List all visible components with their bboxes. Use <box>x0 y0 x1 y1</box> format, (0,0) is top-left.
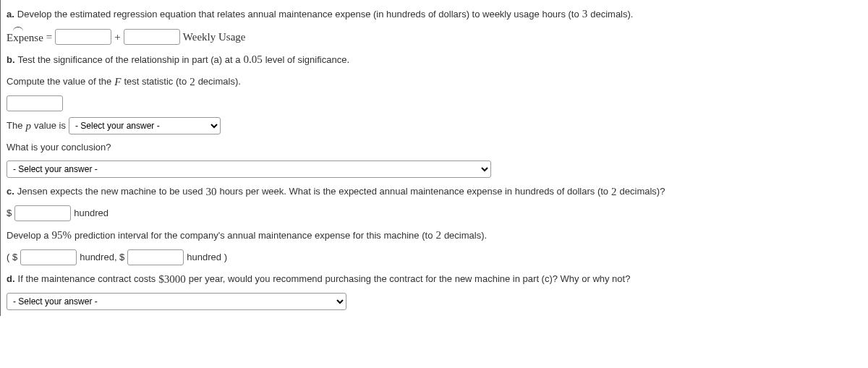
hundred-label-1: hundred <box>74 206 109 221</box>
interval-comma: hundred, $ <box>80 250 124 265</box>
part-d-label: d. <box>7 272 15 286</box>
plus-sign: + <box>114 29 120 46</box>
contract-cost: $3000 <box>158 271 186 288</box>
interval-open: ( $ <box>7 250 17 265</box>
c-decimals: 2 <box>611 184 617 200</box>
confidence-pct: 95% <box>52 227 72 244</box>
part-c-tail: decimals)? <box>620 184 665 199</box>
p-value-select[interactable]: - Select your answer - <box>69 117 221 134</box>
prediction-interval-prompt: Develop a 95% prediction interval for th… <box>7 224 862 247</box>
interval-upper-input[interactable] <box>127 249 184 265</box>
part-c-mid: hours per week. What is the expected ann… <box>219 184 608 199</box>
part-b-prompt: b. Test the significance of the relation… <box>7 48 862 71</box>
f-statistic-input[interactable] <box>7 95 63 111</box>
part-c-pre: Jensen expects the new machine to be use… <box>17 184 203 199</box>
part-b-tail: level of significance. <box>265 53 349 67</box>
develop-tail: decimals). <box>444 228 487 243</box>
compute-f-prompt: Compute the value of the F test statisti… <box>7 71 862 93</box>
conclusion-row: - Select your answer - <box>7 158 862 181</box>
hours-value: 30 <box>205 184 216 200</box>
part-a-label: a. <box>7 7 14 22</box>
part-b-label: b. <box>7 53 15 67</box>
expected-expense-input[interactable] <box>14 205 71 221</box>
part-d-pre: If the maintenance contract costs <box>18 272 156 286</box>
conclusion-select[interactable]: - Select your answer - <box>7 161 491 178</box>
conclusion-text: What is your conclusion? <box>7 140 111 155</box>
interval-close: hundred ) <box>187 250 227 265</box>
slope-input[interactable] <box>124 29 180 45</box>
compute-post: test statistic (to <box>124 74 187 89</box>
p-pre: The <box>7 119 22 133</box>
f-symbol: F <box>114 74 121 90</box>
part-a-equation: Expense = + Weekly Usage <box>7 25 862 49</box>
p-value-row: The p value is - Select your answer - <box>7 114 862 137</box>
pi-decimals: 2 <box>435 227 441 244</box>
part-c-label: c. <box>7 184 14 199</box>
part-a-text: Develop the estimated regression equatio… <box>17 7 579 22</box>
part-b-text: Test the significance of the relationshi… <box>18 53 241 67</box>
intercept-input[interactable] <box>55 29 111 45</box>
develop-post: prediction interval for the company's an… <box>75 228 433 243</box>
equals-sign: = <box>46 29 52 46</box>
conclusion-prompt: What is your conclusion? <box>7 137 862 158</box>
p-post: value is <box>34 119 66 133</box>
compute-tail: decimals). <box>198 74 241 89</box>
p-symbol: p <box>25 118 31 134</box>
weekly-usage-label: Weekly Usage <box>183 29 246 46</box>
expected-expense-row: $ hundred <box>7 202 862 224</box>
alpha-level: 0.05 <box>243 51 262 68</box>
recommendation-select[interactable]: - Select your answer - <box>7 293 346 310</box>
expense-hat: Expense <box>7 28 43 46</box>
part-d-row: - Select your answer - <box>7 290 862 313</box>
develop-pre: Develop a <box>7 228 49 243</box>
f-decimals: 2 <box>190 74 195 90</box>
interval-lower-input[interactable] <box>20 249 77 265</box>
part-a-prompt: a. Develop the estimated regression equa… <box>7 3 862 25</box>
f-statistic-row <box>7 93 862 114</box>
part-d-post: per year, would you recommend purchasing… <box>189 272 631 286</box>
part-a-decimals: 3 <box>582 6 588 22</box>
dollar-sign-1: $ <box>7 206 12 221</box>
part-c-prompt: c. Jensen expects the new machine to be … <box>7 181 862 203</box>
prediction-interval-row: ( $ hundred, $ hundred ) <box>7 247 862 268</box>
part-a-tail: decimals). <box>590 7 633 22</box>
part-d-prompt: d. If the maintenance contract costs $30… <box>7 268 862 291</box>
compute-pre: Compute the value of the <box>7 74 111 89</box>
